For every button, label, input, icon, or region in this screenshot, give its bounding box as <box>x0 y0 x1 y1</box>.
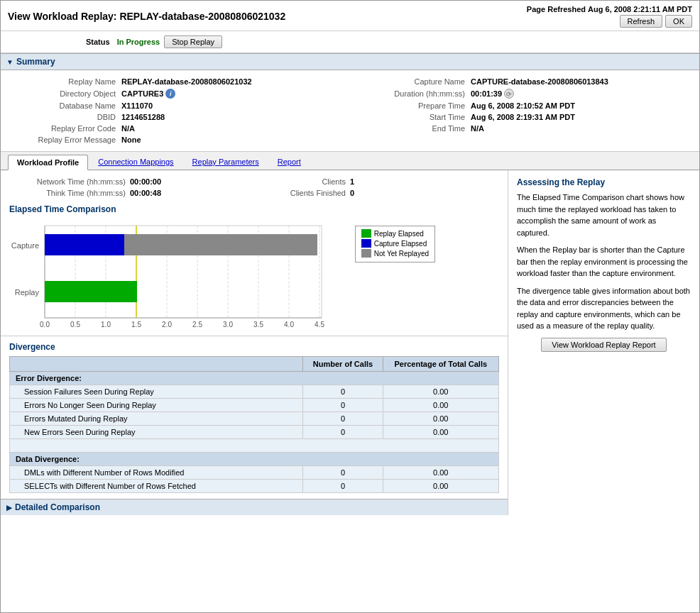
svg-text:0.5: 0.5 <box>70 321 80 328</box>
clients-finished-row: Clients Finished 0 <box>265 187 499 199</box>
clients-row: Clients 1 <box>265 176 499 187</box>
prepare-time-label: Prepare Time <box>364 101 471 110</box>
legend-replay-elapsed: Replay Elapsed <box>361 229 429 238</box>
database-name-row: Database Name X111070 <box>15 100 336 111</box>
page-refreshed-time: Aug 6, 2008 2:21:11 AM PDT <box>588 5 692 13</box>
clients-label: Clients <box>265 177 350 186</box>
errors-mutated-pct: 0.00 <box>383 412 498 426</box>
selects-pct: 0.00 <box>383 480 498 493</box>
clients-finished-value: 0 <box>350 189 354 197</box>
session-failures-label: Session Failures Seen During Replay <box>10 385 303 399</box>
tab-replay-parameters[interactable]: Replay Parameters <box>184 155 268 170</box>
duration-value: 00:01:39 <box>471 89 502 98</box>
errors-mutated-label: Errors Mutated During Replay <box>10 412 303 426</box>
dmls-calls: 0 <box>303 466 383 480</box>
divergence-table: Number of Calls Percentage of Total Call… <box>9 356 499 493</box>
capture-name-row: Capture Name CAPTURE-database-2008080601… <box>364 76 685 87</box>
table-row: Errors No Longer Seen During Replay 0 0.… <box>10 399 499 412</box>
end-time-row: End Time N/A <box>364 123 685 134</box>
duration-info-icon[interactable]: ⟳ <box>504 89 514 99</box>
capture-elapsed-bar <box>45 234 124 255</box>
tab-report[interactable]: Report <box>269 155 310 170</box>
page-title: View Workload Replay: REPLAY-database-20… <box>8 11 285 22</box>
content-wrapper: Network Time (hh:mm:ss) 00:00:00 Think T… <box>1 170 699 515</box>
summary-triangle-icon: ▼ <box>6 58 13 66</box>
svg-text:4.0: 4.0 <box>284 321 294 328</box>
replay-error-code-value: N/A <box>121 124 135 133</box>
detailed-comparison-bar: ▶ Detailed Comparison <box>1 499 508 515</box>
profile-stats: Network Time (hh:mm:ss) 00:00:00 Think T… <box>1 170 508 201</box>
replay-error-message-value: None <box>121 136 141 144</box>
legend-capture-elapsed-label: Capture Elapsed <box>374 240 427 248</box>
status-value: In Progress <box>117 38 160 46</box>
summary-grid: Replay Name REPLAY-database-200808060210… <box>1 70 699 152</box>
refresh-button[interactable]: Refresh <box>620 15 663 28</box>
end-time-label: End Time <box>364 124 471 133</box>
page-refreshed-text: Page Refreshed Aug 6, 2008 2:21:11 AM PD… <box>527 5 692 13</box>
capture-name-value: CAPTURE-database-20080806013843 <box>471 77 608 86</box>
svg-text:0.0: 0.0 <box>40 321 50 328</box>
dbid-value: 1214651288 <box>121 113 165 121</box>
elapsed-time-chart: Capture Replay <box>9 219 350 328</box>
svg-text:3.5: 3.5 <box>253 321 263 328</box>
spacer-row <box>10 439 499 453</box>
profile-stats-right: Clients 1 Clients Finished 0 <box>244 176 499 199</box>
error-divergence-label: Error Divergence: <box>10 372 499 385</box>
svg-text:Capture: Capture <box>11 241 39 250</box>
stop-replay-button[interactable]: Stop Replay <box>164 35 222 48</box>
replay-error-code-label: Replay Error Code <box>15 124 121 133</box>
divergence-title: Divergence <box>9 342 499 352</box>
tab-workload-profile[interactable]: Workload Profile <box>8 155 88 170</box>
assessing-text3: The divergence table gives information a… <box>517 285 691 332</box>
assessing-title: Assessing the Replay <box>517 177 691 187</box>
tab-connection-mappings[interactable]: Connection Mappings <box>89 155 182 170</box>
legend-not-yet-replayed: Not Yet Replayed <box>361 249 429 258</box>
chart-section: Elapsed Time Comparison Capture Replay <box>1 201 508 336</box>
status-bar: Status In Progress Stop Replay <box>1 31 699 53</box>
replay-name-label: Replay Name <box>15 77 121 86</box>
capture-elapsed-color <box>361 239 371 248</box>
error-divergence-section-row: Error Divergence: <box>10 372 499 385</box>
errors-no-longer-pct: 0.00 <box>383 399 498 412</box>
errors-no-longer-calls: 0 <box>303 399 383 412</box>
chart-title: Elapsed Time Comparison <box>9 204 499 214</box>
left-content: Network Time (hh:mm:ss) 00:00:00 Think T… <box>1 170 508 515</box>
svg-text:2.5: 2.5 <box>192 321 202 328</box>
start-time-label: Start Time <box>364 113 471 121</box>
status-label: Status <box>86 38 110 46</box>
replay-name-value: REPLAY-database-20080806021032 <box>121 77 252 86</box>
end-time-value: N/A <box>471 124 484 133</box>
directory-object-info-icon[interactable]: i <box>165 89 175 99</box>
tab-bar: Workload Profile Connection Mappings Rep… <box>1 152 699 170</box>
dbid-row: DBID 1214651288 <box>15 111 336 123</box>
page-refreshed-label: Page Refreshed <box>527 5 586 13</box>
errors-mutated-calls: 0 <box>303 412 383 426</box>
selects-calls: 0 <box>303 480 383 493</box>
summary-section-header: ▼ Summary <box>1 53 699 70</box>
replay-elapsed-color <box>361 229 371 238</box>
svg-text:1.0: 1.0 <box>101 321 111 328</box>
start-time-value: Aug 6, 2008 2:19:31 AM PDT <box>471 113 575 121</box>
ok-button[interactable]: OK <box>665 15 692 28</box>
profile-stats-left: Network Time (hh:mm:ss) 00:00:00 Think T… <box>9 176 244 199</box>
new-errors-calls: 0 <box>303 426 383 439</box>
network-time-label: Network Time (hh:mm:ss) <box>9 177 130 186</box>
new-errors-pct: 0.00 <box>383 426 498 439</box>
table-row: SELECTs with Different Number of Rows Fe… <box>10 480 499 493</box>
replay-error-message-row: Replay Error Message None <box>15 134 336 145</box>
detailed-comparison-label: Detailed Comparison <box>15 502 100 512</box>
start-time-row: Start Time Aug 6, 2008 2:19:31 AM PDT <box>364 111 685 123</box>
database-name-value: X111070 <box>121 101 153 110</box>
replay-error-code-row: Replay Error Code N/A <box>15 123 336 134</box>
not-yet-replayed-color <box>361 249 371 258</box>
legend-replay-elapsed-label: Replay Elapsed <box>374 230 424 238</box>
top-right: Page Refreshed Aug 6, 2008 2:21:11 AM PD… <box>527 5 692 28</box>
clients-value: 1 <box>350 177 354 186</box>
assessing-text1: The Elapsed Time Comparison chart shows … <box>517 192 691 238</box>
detailed-comparison-triangle-icon: ▶ <box>6 504 12 512</box>
svg-text:Replay: Replay <box>15 288 40 297</box>
data-divergence-label: Data Divergence: <box>10 453 499 466</box>
view-workload-replay-report-button[interactable]: View Workload Replay Report <box>541 338 666 352</box>
table-row: DMLs with Different Number of Rows Modif… <box>10 466 499 480</box>
assessing-text2: When the Replay bar is shorter than the … <box>517 244 691 280</box>
